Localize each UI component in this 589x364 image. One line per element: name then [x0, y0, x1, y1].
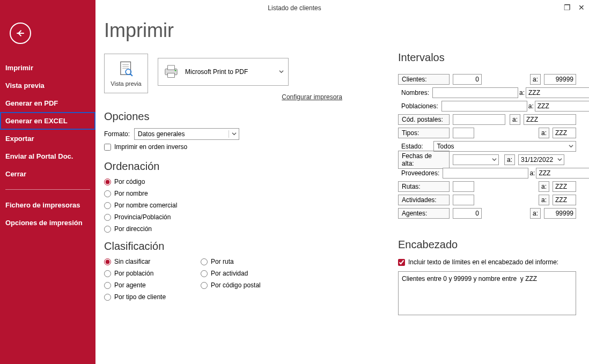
clasificacion-label: Sin clasificar — [114, 258, 150, 265]
codpostales-a-button[interactable]: a: — [510, 114, 520, 125]
encabezado-checkbox-label[interactable]: Incluir texto de límites en el encabezad… — [408, 258, 558, 266]
agentes-a-button[interactable]: a: — [530, 208, 541, 219]
preview-label: Vista previa — [111, 80, 141, 87]
clientes-to-input[interactable] — [544, 74, 576, 85]
clasificacion-radio[interactable] — [104, 258, 111, 265]
sidebar-item-exportar[interactable]: Exportar — [0, 130, 95, 147]
tipos-from-input[interactable] — [453, 128, 474, 138]
clasificacion-label: Por código postal — [211, 281, 261, 289]
clasificacion-label: Por población — [114, 270, 153, 277]
encabezado-heading: Encabezado — [398, 239, 576, 251]
actividades-label-button[interactable]: Actividades: — [398, 195, 450, 205]
clasificacion-radio[interactable] — [104, 294, 111, 301]
ordenacion-radio[interactable] — [104, 179, 111, 185]
clasificacion-option[interactable]: Por código postal — [201, 281, 297, 289]
tipos-label-button[interactable]: Tipos: — [398, 128, 450, 138]
proveedores-from-input[interactable] — [443, 168, 528, 179]
encabezado-checkbox[interactable] — [398, 259, 405, 266]
actividades-a-button[interactable]: a: — [539, 195, 549, 205]
poblaciones-label: Poblaciones: — [398, 101, 441, 111]
nombres-from-input[interactable] — [432, 87, 518, 98]
sidebar-item-cerrar[interactable]: Cerrar — [0, 165, 95, 183]
ordenacion-radio[interactable] — [104, 202, 111, 209]
back-button[interactable] — [10, 23, 31, 44]
clasificacion-label: Por tipo de cliente — [114, 293, 166, 301]
document-preview-icon — [117, 60, 135, 78]
proveedores-label: Proveedores: — [398, 168, 443, 178]
clientes-label-button[interactable]: Clientes: — [398, 74, 450, 85]
codpostales-to-input[interactable] — [524, 114, 576, 125]
preview-button[interactable]: Vista previa — [104, 54, 148, 93]
sidebar-item-generar-en-pdf[interactable]: Generar en PDF — [0, 94, 95, 112]
configure-printer-link[interactable]: Configurar impresora — [158, 93, 342, 101]
rutas-a-button[interactable]: a: — [539, 181, 549, 192]
clasificacion-radio[interactable] — [201, 270, 208, 277]
clasificacion-option[interactable]: Por actividad — [201, 270, 297, 277]
agentes-label-button[interactable]: Agentes: — [398, 208, 450, 219]
printer-icon — [163, 64, 180, 79]
sidebar-item-fichero-de-impresoras[interactable]: Fichero de impresoras — [0, 196, 95, 214]
clasificacion-radio[interactable] — [201, 258, 208, 265]
nombres-to-input[interactable] — [526, 87, 589, 98]
svg-line-5 — [130, 74, 132, 76]
sidebar-item-generar-en-excel[interactable]: Generar en EXCEL — [0, 112, 95, 130]
clasificacion-option[interactable]: Por población — [104, 270, 201, 277]
formato-dropdown[interactable]: Datos generales — [134, 128, 239, 140]
clasificacion-option[interactable]: Sin clasificar — [104, 258, 201, 265]
fechas-from-input[interactable] — [453, 154, 499, 165]
agentes-from-input[interactable] — [453, 208, 482, 219]
clasificacion-radio[interactable] — [104, 282, 111, 289]
actividades-to-input[interactable] — [553, 195, 576, 205]
printer-dropdown[interactable]: Microsoft Print to PDF — [158, 58, 289, 86]
poblaciones-to-input[interactable] — [535, 101, 589, 112]
chevron-down-icon — [557, 156, 562, 164]
fechas-a-button[interactable]: a: — [504, 154, 515, 165]
rutas-from-input[interactable] — [453, 181, 474, 192]
estado-dropdown[interactable]: Todos — [433, 141, 576, 152]
proveedores-to-input[interactable] — [536, 168, 589, 179]
tipos-to-input[interactable] — [553, 128, 576, 138]
sidebar: ImprimirVista previaGenerar en PDFGenera… — [0, 0, 95, 364]
fechas-to-input[interactable]: 31/12/2022 — [518, 154, 564, 165]
codpostales-from-input[interactable] — [453, 114, 505, 125]
poblaciones-from-input[interactable] — [441, 101, 527, 112]
svg-rect-8 — [168, 73, 175, 77]
sidebar-divider — [5, 189, 90, 190]
clasificacion-radio[interactable] — [104, 270, 111, 277]
clasificacion-label: Por agente — [114, 281, 146, 289]
encabezado-textarea[interactable] — [398, 271, 576, 315]
sidebar-item-enviar-al-portal-doc-[interactable]: Enviar al Portal Doc. — [0, 147, 95, 165]
clasificacion-label: Por ruta — [211, 258, 234, 265]
clientes-from-input[interactable] — [453, 74, 482, 85]
codpostales-label-button[interactable]: Cód. postales: — [398, 114, 450, 125]
rutas-label-button[interactable]: Rutas: — [398, 181, 450, 192]
fechas-label-button[interactable]: Fechas de alta: — [398, 151, 450, 169]
clasificacion-option[interactable]: Por ruta — [201, 258, 297, 265]
chevron-down-icon — [492, 156, 497, 164]
sidebar-item-vista-previa[interactable]: Vista previa — [0, 77, 95, 94]
ordenacion-radio[interactable] — [104, 190, 111, 197]
arrow-left-icon — [16, 28, 25, 38]
sidebar-item-opciones-de-impresi-n[interactable]: Opciones de impresión — [0, 214, 95, 232]
page-title: Imprimir — [104, 19, 576, 42]
ordenacion-radio[interactable] — [104, 226, 111, 233]
sidebar-item-imprimir[interactable]: Imprimir — [0, 59, 95, 77]
clientes-a-button[interactable]: a: — [530, 74, 541, 85]
ordenacion-radio[interactable] — [104, 214, 111, 221]
chevron-down-icon — [229, 130, 237, 138]
rutas-to-input[interactable] — [553, 181, 576, 192]
clasificacion-option[interactable]: Por tipo de cliente — [104, 293, 201, 301]
chevron-down-icon — [569, 143, 573, 150]
agentes-to-input[interactable] — [544, 208, 576, 219]
inverso-checkbox[interactable] — [104, 144, 111, 151]
ordenacion-label: Por dirección — [114, 225, 152, 233]
clasificacion-option[interactable]: Por agente — [104, 281, 201, 289]
actividades-from-input[interactable] — [453, 195, 474, 205]
ordenacion-label: Provincia/Población — [114, 213, 171, 221]
estado-label: Estado: — [398, 142, 433, 151]
clasificacion-radio[interactable] — [201, 282, 208, 289]
nombres-label: Nombres: — [398, 88, 432, 98]
svg-rect-7 — [168, 65, 175, 70]
tipos-a-button[interactable]: a: — [539, 128, 549, 138]
inverso-label[interactable]: Imprimir en orden inverso — [114, 143, 187, 151]
